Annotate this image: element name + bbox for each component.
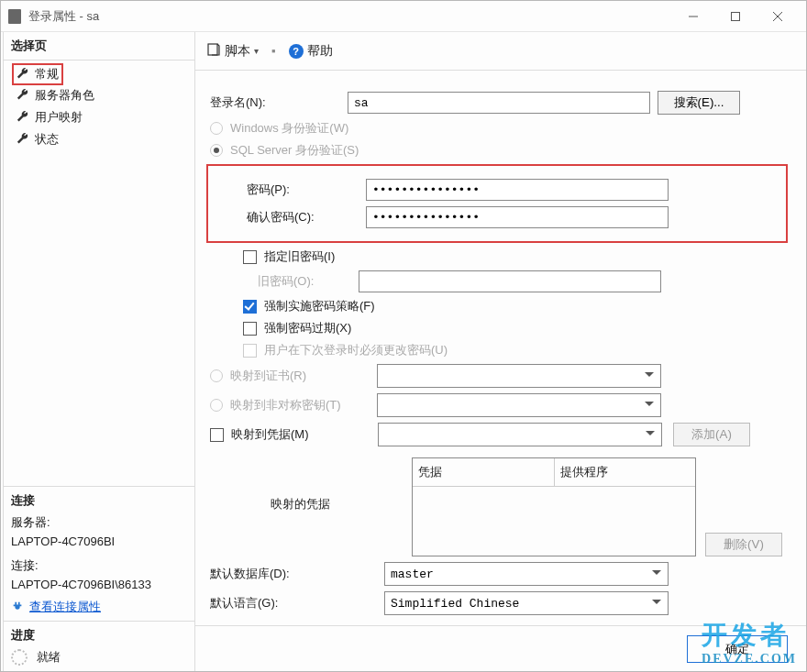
progress-spinner-icon bbox=[11, 649, 28, 666]
titlebar[interactable]: 登录属性 - sa bbox=[1, 1, 806, 32]
enforce-expiration-checkbox[interactable] bbox=[243, 322, 257, 336]
toolbar: 脚本 ▾ ▪ ? 帮助 bbox=[195, 32, 806, 71]
sql-auth-label: SQL Server 身份验证(S) bbox=[230, 142, 359, 159]
connection-header: 连接 bbox=[11, 492, 187, 509]
help-button[interactable]: ? 帮助 bbox=[289, 43, 333, 60]
nav-general[interactable]: 常规 bbox=[13, 64, 62, 84]
map-asym-label: 映射到非对称密钥(T) bbox=[230, 397, 377, 413]
login-name-label: 登录名(N): bbox=[210, 94, 348, 111]
page-nav-list: 常规 服务器角色 用户映射 状态 bbox=[4, 61, 194, 154]
nav-server-roles[interactable]: 服务器角色 bbox=[4, 84, 194, 106]
nav-status[interactable]: 状态 bbox=[4, 128, 194, 150]
progress-section: 进度 就绪 bbox=[4, 621, 194, 671]
must-change-label: 用户在下次登录时必须更改密码(U) bbox=[264, 342, 448, 358]
nav-user-mapping[interactable]: 用户映射 bbox=[4, 106, 194, 128]
default-db-label: 默认数据库(D): bbox=[210, 566, 384, 582]
window-title: 登录属性 - sa bbox=[28, 8, 672, 25]
col-provider: 提供程序 bbox=[555, 458, 696, 486]
plug-icon bbox=[11, 600, 24, 613]
add-credential-button[interactable]: 添加(A) bbox=[673, 423, 750, 446]
must-change-checkbox bbox=[243, 344, 257, 358]
help-label: 帮助 bbox=[307, 43, 333, 60]
sidebar: 选择页 常规 服务器角色 用户映射 状态 bbox=[3, 32, 195, 671]
progress-status: 就绪 bbox=[37, 649, 61, 666]
default-lang-label: 默认语言(G): bbox=[210, 595, 384, 611]
nav-label: 用户映射 bbox=[35, 109, 83, 126]
remove-credential-button[interactable]: 删除(V) bbox=[705, 533, 782, 556]
mapped-credentials-label: 映射的凭据 bbox=[210, 496, 412, 512]
script-dropdown[interactable]: 脚本 ▾ bbox=[206, 42, 259, 60]
password-input[interactable] bbox=[366, 179, 669, 201]
map-cert-radio bbox=[210, 369, 223, 382]
wrench-icon bbox=[17, 111, 29, 124]
nav-label: 服务器角色 bbox=[35, 87, 94, 104]
svg-rect-1 bbox=[732, 12, 740, 20]
app-icon bbox=[8, 9, 21, 24]
view-connection-properties-link[interactable]: 查看连接属性 bbox=[29, 599, 101, 615]
specify-old-password-checkbox[interactable] bbox=[243, 250, 257, 264]
password-highlight-box: 密码(P): 确认密码(C): bbox=[206, 164, 788, 243]
map-cert-label: 映射到证书(R) bbox=[230, 368, 377, 384]
cert-select bbox=[377, 364, 661, 388]
nav-label: 常规 bbox=[35, 66, 59, 83]
map-cred-checkbox[interactable] bbox=[210, 428, 224, 442]
conn-value: LAPTOP-4C7096BI\86133 bbox=[11, 578, 187, 591]
credentials-table[interactable]: 凭据 提供程序 bbox=[412, 457, 696, 556]
search-button[interactable]: 搜索(E)... bbox=[658, 91, 740, 115]
login-name-input[interactable] bbox=[348, 92, 650, 114]
progress-header: 进度 bbox=[11, 627, 187, 644]
conn-label: 连接: bbox=[11, 558, 39, 572]
windows-auth-label: Windows 身份验证(W) bbox=[230, 120, 348, 137]
wrench-icon bbox=[17, 89, 29, 102]
minimize-button[interactable] bbox=[672, 2, 714, 31]
default-language-select[interactable] bbox=[384, 591, 669, 615]
col-credential: 凭据 bbox=[413, 458, 555, 486]
main-panel: 脚本 ▾ ▪ ? 帮助 登录名(N): 搜索(E)... Windows 身份验… bbox=[195, 32, 806, 671]
script-icon bbox=[206, 42, 221, 60]
credential-select bbox=[378, 423, 662, 446]
select-page-header: 选择页 bbox=[4, 32, 194, 61]
maximize-button[interactable] bbox=[714, 2, 757, 31]
default-database-select[interactable] bbox=[384, 562, 669, 586]
specify-old-password-label: 指定旧密码(I) bbox=[264, 248, 335, 265]
wrench-icon bbox=[17, 133, 29, 146]
enforce-policy-label: 强制实施密码策略(F) bbox=[264, 298, 375, 314]
script-label: 脚本 bbox=[225, 43, 250, 60]
enforce-expiration-label: 强制密码过期(X) bbox=[264, 320, 351, 336]
wrench-icon bbox=[17, 68, 29, 81]
map-cred-label: 映射到凭据(M) bbox=[231, 426, 378, 443]
close-button[interactable] bbox=[757, 2, 799, 31]
login-properties-window: 登录属性 - sa 选择页 常规 服务器角色 用户映射 bbox=[0, 0, 807, 672]
password-label: 密码(P): bbox=[247, 182, 366, 198]
old-password-label: 旧密码(O): bbox=[258, 273, 359, 290]
server-label: 服务器: bbox=[11, 515, 50, 529]
confirm-password-input[interactable] bbox=[366, 206, 669, 228]
map-asym-radio bbox=[210, 399, 223, 412]
ok-button[interactable]: 确定 bbox=[687, 635, 788, 663]
server-value: LAPTOP-4C7096BI bbox=[11, 534, 187, 548]
enforce-policy-checkbox[interactable] bbox=[243, 300, 257, 314]
nav-label: 状态 bbox=[35, 131, 59, 148]
help-icon: ? bbox=[289, 44, 304, 59]
sql-auth-radio bbox=[210, 144, 223, 157]
svg-rect-4 bbox=[208, 44, 217, 55]
asym-key-select bbox=[377, 393, 661, 417]
confirm-password-label: 确认密码(C): bbox=[247, 209, 366, 226]
connection-section: 连接 服务器: LAPTOP-4C7096BI 连接: LAPTOP-4C709… bbox=[4, 486, 194, 621]
toolbar-divider: ▪ bbox=[271, 44, 276, 58]
dialog-footer: 确定 开发者 DEVZE.COM bbox=[195, 625, 806, 671]
form-area: 登录名(N): 搜索(E)... Windows 身份验证(W) SQL Ser… bbox=[195, 71, 806, 625]
windows-auth-radio bbox=[210, 122, 223, 135]
chevron-down-icon: ▾ bbox=[254, 46, 259, 56]
old-password-input bbox=[359, 270, 661, 292]
